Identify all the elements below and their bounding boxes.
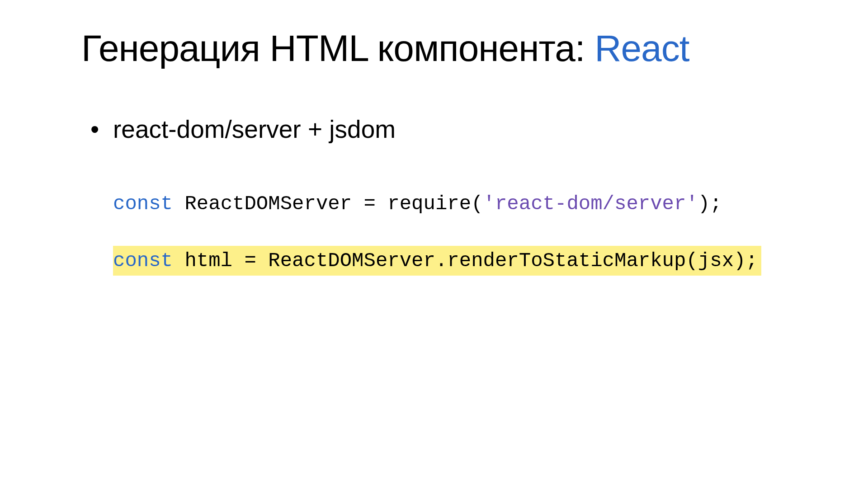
- code-keyword: const: [113, 192, 173, 215]
- bullet-item: react-dom/server + jsdom: [90, 115, 787, 144]
- slide-title: Генерация HTML компонента: React: [81, 27, 787, 70]
- code-text: html = ReactDOMServer.renderToStaticMark…: [173, 249, 758, 272]
- slide: Генерация HTML компонента: React react-d…: [0, 0, 868, 488]
- title-main: Генерация HTML компонента:: [81, 28, 594, 69]
- code-block: const ReactDOMServer = require('react-do…: [113, 189, 787, 276]
- code-line-1: const ReactDOMServer = require('react-do…: [113, 189, 787, 219]
- code-highlight: const html = ReactDOMServer.renderToStat…: [113, 246, 761, 276]
- code-string: 'react-dom/server': [483, 192, 698, 215]
- code-text: );: [698, 192, 722, 215]
- code-text: ReactDOMServer = require(: [173, 192, 483, 215]
- bullet-list: react-dom/server + jsdom: [90, 115, 787, 144]
- title-accent: React: [594, 28, 689, 69]
- code-keyword: const: [113, 249, 173, 272]
- code-line-2: const html = ReactDOMServer.renderToStat…: [113, 246, 787, 276]
